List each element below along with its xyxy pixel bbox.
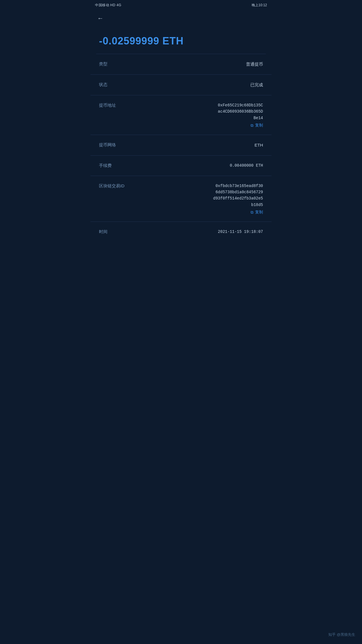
amount-section: -0.02599999 ETH <box>90 27 272 54</box>
time-label: 时间 <box>99 229 122 235</box>
copy-icon-1: ⧉ <box>251 123 253 128</box>
address-line1: 0xFe65C219c68Db135C <box>218 102 263 108</box>
txid-label: 区块链交易ID <box>99 183 124 189</box>
address-line2: ac4CD60936036Bb365D <box>218 108 263 115</box>
txid-copy-button[interactable]: ⧉ 复制 <box>251 210 263 215</box>
address-row: 提币地址 0xFe65C219c68Db135C ac4CD60936036Bb… <box>90 95 272 135</box>
status-value: 已完成 <box>250 81 263 88</box>
time-row: 时间 2021-11-15 19:18:07 <box>90 222 272 242</box>
address-value: 0xFe65C219c68Db135C ac4CD60936036Bb365D … <box>218 102 263 121</box>
txid-row: 区块链交易ID 0xfbdcb73e165ead8f30 6dd5738bd1a… <box>90 176 272 222</box>
txid-right: 0xfbdcb73e165ead8f30 6dd5738bd1a0c845672… <box>213 183 263 215</box>
time-value: 2021-11-15 19:18:07 <box>218 229 263 235</box>
back-button[interactable]: ← <box>96 14 105 23</box>
type-row: 类型 普通提币 <box>90 54 272 75</box>
copy-icon-2: ⧉ <box>251 210 253 215</box>
txid-line1: 0xfbdcb73e165ead8f30 <box>213 183 263 189</box>
network-row: 提币网络 ETH <box>90 135 272 156</box>
txid-line3: d93f0ff514ed2fb3a02e5 <box>213 195 263 201</box>
fee-label: 手续费 <box>99 162 122 168</box>
status-label: 状态 <box>99 81 122 87</box>
fee-value: 0.00400000 ETH <box>230 162 263 169</box>
status-row: 状态 已完成 <box>90 75 272 95</box>
network-label: 提币网络 <box>99 142 122 148</box>
fee-row: 手续费 0.00400000 ETH <box>90 156 272 176</box>
status-bar: 中国移动 HD 4G 晚上10:12 <box>90 0 272 10</box>
carrier-info: 中国移动 HD 4G <box>95 3 121 8</box>
type-value: 普通提币 <box>246 61 263 68</box>
transaction-amount: -0.02599999 ETH <box>99 35 263 47</box>
txid-value: 0xfbdcb73e165ead8f30 6dd5738bd1a0c845672… <box>213 183 263 208</box>
nav-bar: ← <box>90 10 272 27</box>
time-display: 晚上10:12 <box>252 3 267 8</box>
address-label: 提币地址 <box>99 102 122 108</box>
copy-label-1: 复制 <box>255 123 263 128</box>
address-copy-button[interactable]: ⧉ 复制 <box>251 123 263 128</box>
network-value: ETH <box>255 142 263 149</box>
txid-line2: 6dd5738bd1a0c8456729 <box>213 189 263 195</box>
copy-label-2: 复制 <box>255 210 263 215</box>
type-label: 类型 <box>99 61 122 67</box>
address-right: 0xFe65C219c68Db135C ac4CD60936036Bb365D … <box>218 102 263 128</box>
txid-line4: b18d5 <box>213 202 263 208</box>
address-line3: Be14 <box>218 115 263 121</box>
